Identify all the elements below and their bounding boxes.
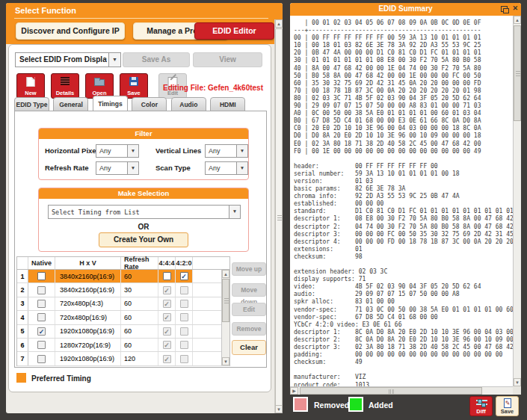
c444-checkbox-cell[interactable] [158, 339, 176, 351]
checkbox[interactable] [37, 286, 46, 294]
tab-edid-type[interactable]: EDID Type [14, 97, 49, 111]
c444-checkbox-cell[interactable] [158, 311, 176, 324]
new-button[interactable]: New [16, 73, 45, 99]
native-checkbox-cell[interactable] [28, 311, 55, 324]
checkbox[interactable] [37, 341, 46, 349]
c444-checkbox-cell[interactable] [158, 352, 176, 365]
c420-checkbox-cell[interactable] [176, 325, 193, 338]
create-your-own-button[interactable]: Create Your Own [99, 232, 188, 247]
checkbox [180, 327, 188, 336]
native-checkbox-cell[interactable] [28, 283, 55, 296]
save-floppy-icon [129, 77, 138, 86]
tab-audio[interactable]: Audio [171, 97, 206, 111]
remove-row-button[interactable]: Remove [232, 322, 266, 336]
summary-vertical-scrollbar[interactable]: ▲ ▼ [513, 16, 521, 386]
scrollbar-thumb[interactable] [275, 28, 283, 406]
scroll-up-icon[interactable]: ▲ [222, 270, 229, 278]
chevron-down-icon: ▼ [236, 145, 247, 157]
c444-checkbox-cell[interactable] [158, 283, 176, 296]
diff-sliders-icon [476, 400, 487, 407]
table-row[interactable]: 23840x2160p(16:9)30 [17, 283, 229, 297]
scroll-down-icon[interactable]: ▼ [275, 405, 283, 413]
scroll-down-icon[interactable]: ▼ [514, 378, 521, 386]
close-icon[interactable]: ✕ [512, 4, 518, 12]
c444-checkbox-cell[interactable] [158, 297, 176, 310]
scroll-right-icon[interactable]: ▶ [290, 387, 298, 395]
checkbox[interactable] [163, 272, 171, 280]
diff-button[interactable]: Diff [469, 396, 493, 416]
tab-color[interactable]: Color [132, 97, 167, 111]
scrollbar-corner [513, 386, 521, 395]
table-row[interactable]: 13840x2160p(16:9)60 [17, 270, 229, 283]
native-checkbox-cell[interactable] [28, 270, 55, 282]
summary-vscroll-thumb[interactable] [514, 25, 521, 121]
c420-checkbox-cell[interactable] [176, 311, 193, 324]
discover-configure-ip-button[interactable]: Discover and Configure IP [16, 22, 125, 40]
checkbox[interactable] [37, 300, 46, 308]
table-row[interactable]: 4720x480p(16:9)60 [17, 311, 229, 324]
checkbox[interactable] [37, 272, 46, 280]
save-button[interactable]: Save [120, 73, 148, 99]
vertical-lines-select[interactable]: Any▼ [205, 144, 248, 158]
c420-checkbox-cell[interactable] [176, 352, 193, 365]
edid-summary-text: | 00 01 02 03 04 05 06 07 08 09 0A 0B 0C… [290, 16, 513, 386]
preferred-timing-label: Preferred Timing [31, 374, 91, 383]
chevron-down-icon: ▼ [127, 145, 138, 157]
table-row[interactable]: 61280x720p(16:9)60 [17, 339, 229, 352]
table-scrollbar-thumb[interactable] [222, 279, 229, 322]
panel-title: Select Function [15, 6, 76, 15]
edid-source-dropdown[interactable]: Select EDID From Display ▼ [15, 52, 121, 67]
float-window-icon[interactable] [501, 6, 508, 12]
tab-timings[interactable]: Timings [93, 96, 128, 111]
left-panel-scrollbar[interactable]: ▲ ▼ [274, 19, 283, 413]
save-summary-button[interactable]: ✎ Save [496, 396, 519, 416]
refresh-rate-select[interactable]: Any▼ [96, 161, 139, 175]
move-down-button[interactable]: Move down [232, 283, 266, 297]
save-as-button[interactable]: Save As [123, 52, 190, 67]
or-label: OR [39, 223, 248, 231]
horizontal-pixels-select[interactable]: Any▼ [96, 144, 139, 158]
move-up-button[interactable]: Move up [232, 262, 266, 276]
edid-summary-titlebar: EDID Summary ✕ [290, 3, 521, 16]
c420-checkbox-cell[interactable] [176, 297, 193, 310]
editing-file-label: Editing File: Gefen_4k60test [163, 84, 263, 92]
table-row[interactable]: 51920x1080p(16:9)60 [17, 325, 229, 339]
details-button[interactable]: Details [51, 73, 79, 99]
clear-button[interactable]: Clear [232, 340, 266, 355]
native-checkbox-cell[interactable] [28, 297, 55, 310]
row-number: 6 [17, 339, 28, 351]
scroll-up-icon[interactable]: ▲ [275, 19, 283, 28]
checkbox[interactable] [37, 355, 46, 363]
edit-row-button[interactable]: Edit [232, 303, 266, 316]
c420-checkbox-cell[interactable] [176, 270, 193, 282]
filter-group-title: Filter [39, 129, 248, 139]
new-file-icon [27, 77, 35, 87]
checkbox[interactable] [180, 272, 188, 280]
checkbox[interactable] [37, 327, 46, 336]
timing-list-dropdown[interactable]: Select Timing from List ▼ [48, 205, 241, 219]
tab-hdmi[interactable]: HDMI [210, 97, 245, 111]
open-button[interactable]: Open [85, 73, 114, 99]
scroll-up-icon[interactable]: ▲ [514, 16, 521, 24]
native-checkbox-cell[interactable] [28, 352, 55, 365]
view-button[interactable]: View [193, 52, 262, 67]
edid-editor-button[interactable]: EDID Editor [194, 22, 274, 40]
table-row[interactable]: 71920x1080p(16:9)120 [17, 352, 229, 365]
scroll-down-icon[interactable]: ▼ [222, 357, 229, 365]
tab-general[interactable]: General [53, 97, 88, 111]
summary-hscroll-thumb[interactable] [300, 387, 482, 395]
c420-checkbox-cell[interactable] [176, 339, 193, 351]
checkbox [180, 313, 188, 321]
c444-checkbox-cell[interactable] [158, 325, 176, 338]
c420-checkbox-cell[interactable] [176, 283, 193, 296]
c444-checkbox-cell[interactable] [158, 270, 176, 282]
summary-horizontal-scrollbar[interactable]: ◀ ▶ [290, 386, 513, 395]
edid-summary-textarea[interactable]: | 00 01 02 03 04 05 06 07 08 09 0A 0B 0C… [290, 16, 513, 386]
table-row[interactable]: 3720x480p(4:3)60 [17, 297, 229, 311]
scan-type-select[interactable]: Any▼ [205, 161, 248, 175]
checkbox[interactable] [37, 313, 46, 321]
table-scrollbar[interactable]: ▲ ▼ [221, 270, 229, 365]
chevron-down-icon[interactable]: ▼ [108, 53, 120, 67]
native-checkbox-cell[interactable] [28, 339, 55, 351]
native-checkbox-cell[interactable] [28, 325, 55, 338]
